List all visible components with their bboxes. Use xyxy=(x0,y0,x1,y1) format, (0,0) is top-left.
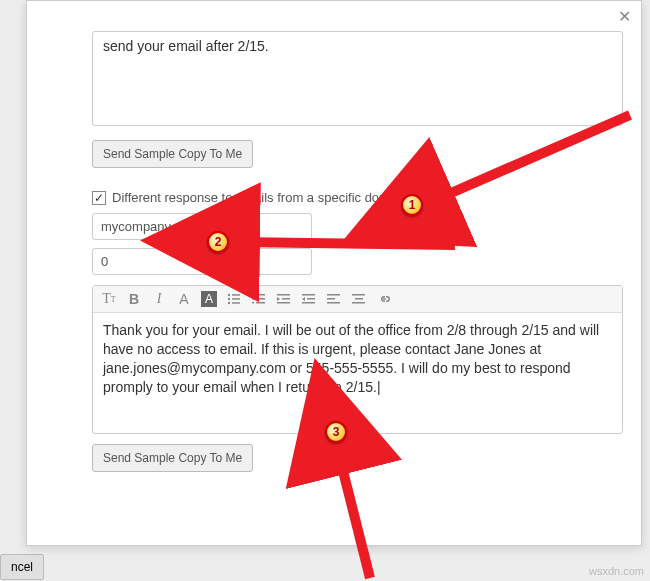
callout-2: 2 xyxy=(207,231,229,253)
settings-modal: ✕ Send Sample Copy To Me ✓ Different res… xyxy=(26,0,642,546)
close-icon[interactable]: ✕ xyxy=(618,7,631,26)
callout-3: 3 xyxy=(325,421,347,443)
callout-1: 1 xyxy=(401,194,423,216)
bold-icon[interactable]: B xyxy=(126,291,142,307)
editor-toolbar: TT B I A A xyxy=(93,286,622,313)
bullet-list-icon[interactable] xyxy=(226,291,242,307)
numbered-list-icon[interactable] xyxy=(251,291,267,307)
svg-rect-11 xyxy=(256,302,265,304)
domain-response-label: Different response to emails from a spec… xyxy=(112,190,407,205)
svg-rect-18 xyxy=(307,298,315,300)
svg-point-2 xyxy=(228,298,230,300)
svg-rect-23 xyxy=(352,294,365,296)
svg-rect-22 xyxy=(327,302,340,304)
rich-text-editor: TT B I A A xyxy=(92,285,623,434)
svg-rect-16 xyxy=(302,294,315,296)
count-input[interactable] xyxy=(92,248,312,275)
svg-rect-7 xyxy=(256,294,265,296)
send-sample-button-1[interactable]: Send Sample Copy To Me xyxy=(92,140,253,168)
send-sample-button-2[interactable]: Send Sample Copy To Me xyxy=(92,444,253,472)
text-size-icon[interactable]: TT xyxy=(101,291,117,307)
editor-content[interactable]: Thank you for your email. I will be out … xyxy=(93,313,622,433)
svg-rect-26 xyxy=(383,298,386,299)
svg-marker-17 xyxy=(302,297,305,301)
highlight-icon[interactable]: A xyxy=(201,291,217,307)
svg-rect-12 xyxy=(277,294,290,296)
svg-point-0 xyxy=(228,294,230,296)
outdent-icon[interactable] xyxy=(276,291,292,307)
svg-rect-3 xyxy=(232,298,240,300)
svg-rect-15 xyxy=(277,302,290,304)
general-response-textarea[interactable] xyxy=(92,31,623,126)
link-icon[interactable] xyxy=(376,291,392,307)
svg-rect-10 xyxy=(252,302,254,304)
svg-point-4 xyxy=(228,302,230,304)
svg-marker-13 xyxy=(277,297,280,301)
font-color-icon[interactable]: A xyxy=(176,291,192,307)
svg-rect-21 xyxy=(327,298,335,300)
svg-rect-8 xyxy=(252,298,254,300)
indent-icon[interactable] xyxy=(301,291,317,307)
svg-rect-14 xyxy=(282,298,290,300)
svg-rect-5 xyxy=(232,302,240,304)
watermark: wsxdn.com xyxy=(589,565,644,577)
svg-rect-25 xyxy=(352,302,365,304)
svg-rect-9 xyxy=(256,298,265,300)
svg-rect-6 xyxy=(252,294,254,296)
italic-icon[interactable]: I xyxy=(151,291,167,307)
cancel-button[interactable]: ncel xyxy=(0,554,44,580)
svg-rect-19 xyxy=(302,302,315,304)
align-left-icon[interactable] xyxy=(326,291,342,307)
svg-rect-24 xyxy=(355,298,363,300)
domain-input[interactable] xyxy=(92,213,312,240)
align-center-icon[interactable] xyxy=(351,291,367,307)
domain-response-checkbox[interactable]: ✓ xyxy=(92,191,106,205)
svg-rect-1 xyxy=(232,294,240,296)
svg-rect-20 xyxy=(327,294,340,296)
